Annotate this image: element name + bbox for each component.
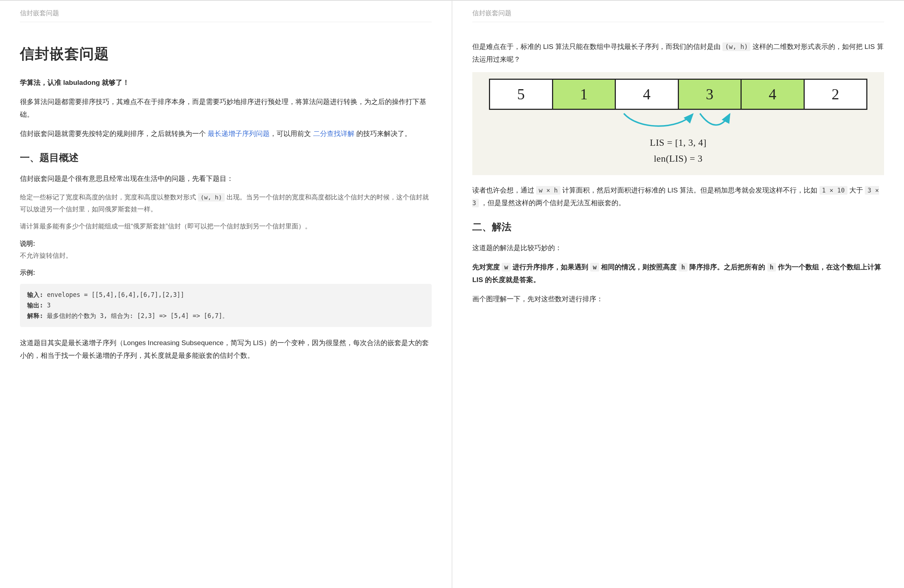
section-heading-1: 一、题目概述 bbox=[20, 151, 432, 164]
input-label: 输入: bbox=[27, 291, 43, 298]
array-row: 514342 bbox=[489, 79, 868, 110]
example-label: 示例: bbox=[20, 269, 35, 276]
running-title-left: 信封嵌套问题 bbox=[20, 9, 432, 22]
output-value: 3 bbox=[43, 302, 51, 309]
array-cell: 4 bbox=[741, 80, 805, 109]
solution-intro: 这道题的解法是比较巧妙的： bbox=[472, 242, 884, 254]
arrows-illustration bbox=[489, 112, 868, 132]
intro-paragraph-1: 很多算法问题都需要排序技巧，其难点不在于排序本身，而是需要巧妙地排序进行预处理，… bbox=[20, 95, 432, 121]
text-span: ，可以用前文 bbox=[270, 130, 313, 138]
note-text: 不允许旋转信封。 bbox=[20, 252, 72, 259]
code-1x10: 1 × 10 bbox=[820, 186, 847, 195]
problem-note: 说明: 不允许旋转信封。 bbox=[20, 238, 432, 262]
array-cell: 1 bbox=[553, 80, 616, 109]
explain-label: 解释: bbox=[27, 312, 43, 319]
text-span: 信封嵌套问题就需要先按特定的规则排序，之后就转换为一个 bbox=[20, 130, 208, 138]
page-title: 信封嵌套问题 bbox=[20, 44, 432, 64]
lis-figure: 514342 LIS = [1, 3, 4] len(LIS) = 3 bbox=[472, 72, 884, 175]
lead-paragraph: 学算法，认准 labuladong 就够了！ bbox=[20, 76, 432, 89]
text-span: 的技巧来解决了。 bbox=[354, 130, 411, 138]
example-label-wrap: 示例: bbox=[20, 267, 432, 279]
page-right: 信封嵌套问题 但是难点在于，标准的 LIS 算法只能在数组中寻找最长子序列，而我… bbox=[452, 1, 904, 588]
code-wh: (w, h) bbox=[198, 193, 225, 202]
lis-relation-paragraph: 这道题目其实是最长递增子序列（Longes Increasing Subsequ… bbox=[20, 337, 432, 362]
text-span: ，但是显然这样的两个信封是无法互相嵌套的。 bbox=[479, 199, 625, 207]
text-span: 降序排序。之后把所有的 bbox=[687, 263, 767, 271]
text-span: 先对宽度 bbox=[472, 263, 502, 271]
code-wxh: w × h bbox=[536, 186, 560, 195]
input-value: envelopes = [[5,4],[6,4],[6,7],[2,3]] bbox=[43, 291, 184, 298]
section-heading-2: 二、解法 bbox=[472, 220, 884, 234]
explain-value: 最多信封的个数为 3, 组合为: [2,3] => [5,4] => [6,7]… bbox=[43, 312, 228, 319]
solution-key-paragraph: 先对宽度 w 进行升序排序，如果遇到 w 相同的情况，则按照高度 h 降序排序。… bbox=[472, 261, 884, 286]
text-span: 给定一些标记了宽度和高度的信封，宽度和高度以整数对形式 bbox=[20, 194, 198, 201]
problem-statement: 给定一些标记了宽度和高度的信封，宽度和高度以整数对形式 (w, h) 出现。当另… bbox=[20, 191, 432, 279]
array-cell: 2 bbox=[805, 80, 867, 109]
two-page-spread: 信封嵌套问题 信封嵌套问题 学算法，认准 labuladong 就够了！ 很多算… bbox=[0, 0, 904, 588]
text-span: 进行升序排序，如果遇到 bbox=[511, 263, 591, 271]
array-cell: 5 bbox=[490, 80, 553, 109]
problem-text-2: 请计算最多能有多少个信封能组成一组“俄罗斯套娃”信封（即可以把一个信封放到另一个… bbox=[20, 220, 432, 232]
text-span: 大于 bbox=[847, 187, 865, 194]
example-codeblock: 输入: envelopes = [[5,4],[6,4],[6,7],[2,3]… bbox=[20, 284, 432, 327]
link-lis-problem[interactable]: 最长递增子序列问题 bbox=[208, 130, 270, 138]
intro-paragraph-2: 信封嵌套问题就需要先按特定的规则排序，之后就转换为一个 最长递增子序列问题，可以… bbox=[20, 127, 432, 140]
code-h2: h bbox=[767, 263, 776, 272]
running-title-right: 信封嵌套问题 bbox=[472, 9, 884, 22]
text-span: 但是难点在于，标准的 LIS 算法只能在数组中寻找最长子序列，而我们的信封是由 bbox=[472, 43, 722, 51]
page-left: 信封嵌套问题 信封嵌套问题 学算法，认准 labuladong 就够了！ 很多算… bbox=[0, 1, 452, 588]
note-label: 说明: bbox=[20, 240, 35, 247]
array-cell: 3 bbox=[679, 80, 742, 109]
code-wh-2: (w, h) bbox=[722, 43, 750, 51]
area-wrong-paragraph: 读者也许会想，通过 w × h 计算面积，然后对面积进行标准的 LIS 算法。但… bbox=[472, 184, 884, 209]
difficulty-paragraph: 但是难点在于，标准的 LIS 算法只能在数组中寻找最长子序列，而我们的信封是由 … bbox=[472, 40, 884, 66]
problem-text-1: 给定一些标记了宽度和高度的信封，宽度和高度以整数对形式 (w, h) 出现。当另… bbox=[20, 191, 432, 216]
code-h: h bbox=[678, 263, 687, 272]
lis-formula-1: LIS = [1, 3, 4] bbox=[489, 138, 868, 148]
figure-lead-in: 画个图理解一下，先对这些数对进行排序： bbox=[472, 292, 884, 305]
code-w2: w bbox=[590, 263, 599, 272]
code-w: w bbox=[502, 263, 511, 272]
text-span: 相同的情况，则按照高度 bbox=[599, 263, 679, 271]
output-label: 输出: bbox=[27, 302, 43, 309]
text-span: 计算面积，然后对面积进行标准的 LIS 算法。但是稍加思考就会发现这样不行，比如 bbox=[560, 187, 820, 194]
link-binary-search[interactable]: 二分查找详解 bbox=[313, 130, 354, 138]
problem-intro: 信封嵌套问题是个很有意思且经常出现在生活中的问题，先看下题目： bbox=[20, 172, 432, 185]
array-cell: 4 bbox=[616, 80, 679, 109]
lis-formula-2: len(LIS) = 3 bbox=[489, 153, 868, 164]
text-span: 读者也许会想，通过 bbox=[472, 187, 536, 194]
